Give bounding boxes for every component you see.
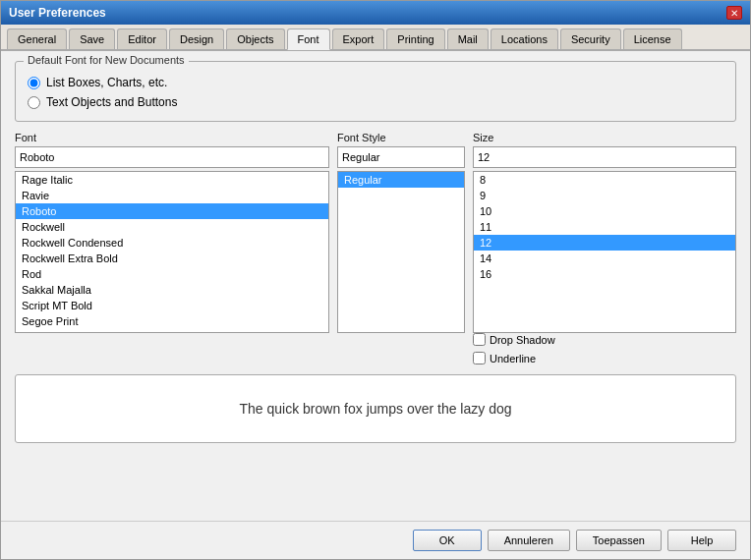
style-column: Font Style Regular — [337, 132, 465, 368]
font-column: Font Rage Italic Ravie Roboto Rockwell R… — [15, 132, 329, 368]
tab-license[interactable]: License — [623, 28, 682, 49]
size-item-14[interactable]: 14 — [474, 251, 735, 266]
tab-editor[interactable]: Editor — [117, 28, 167, 49]
font-columns: Font Rage Italic Ravie Roboto Rockwell R… — [15, 132, 736, 368]
tab-mail[interactable]: Mail — [447, 28, 489, 49]
radio-text-objects[interactable] — [28, 96, 40, 109]
underline-label: Underline — [490, 353, 536, 364]
radio-row-2: Text Objects and Buttons — [28, 95, 723, 109]
preview-text: The quick brown fox jumps over the lazy … — [239, 401, 511, 417]
size-item-11[interactable]: 11 — [474, 219, 735, 235]
font-item[interactable]: Rockwell Condensed — [16, 235, 328, 251]
size-column: Size 8 9 10 11 12 14 16 — [473, 132, 736, 333]
font-item[interactable]: Rockwell Extra Bold — [16, 251, 328, 266]
default-font-group: Default Font for New Documents List Boxe… — [15, 61, 736, 122]
size-item-12[interactable]: 12 — [474, 235, 735, 251]
preview-box: The quick brown fox jumps over the lazy … — [15, 374, 736, 443]
font-item[interactable]: Segoe Script — [16, 329, 328, 333]
radio-list-boxes[interactable] — [28, 77, 40, 89]
radio-text-objects-label: Text Objects and Buttons — [46, 95, 177, 109]
font-item[interactable]: Rage Italic — [16, 172, 328, 188]
tab-export[interactable]: Export — [332, 28, 385, 49]
window-title: User Preferences — [9, 6, 106, 20]
font-item[interactable]: Ravie — [16, 188, 328, 203]
help-button[interactable]: Help — [667, 530, 736, 551]
size-listbox[interactable]: 8 9 10 11 12 14 16 — [473, 171, 736, 333]
font-item[interactable]: Script MT Bold — [16, 298, 328, 313]
font-item[interactable]: Segoe Print — [16, 313, 328, 329]
footer: OK Annuleren Toepassen Help — [1, 521, 750, 559]
title-bar: User Preferences ✕ — [1, 1, 750, 25]
size-item-8[interactable]: 8 — [474, 172, 735, 188]
radio-row-1: List Boxes, Charts, etc. — [28, 76, 723, 89]
font-listbox[interactable]: Rage Italic Ravie Roboto Rockwell Rockwe… — [15, 171, 329, 333]
group-title: Default Font for New Documents — [24, 54, 189, 66]
tab-content: Default Font for New Documents List Boxe… — [1, 51, 750, 521]
tab-bar: General Save Editor Design Objects Font … — [1, 25, 750, 51]
size-input[interactable] — [473, 146, 736, 168]
checkboxes-col: Drop Shadow Underline — [473, 333, 736, 368]
font-item[interactable]: Rockwell — [16, 219, 328, 235]
font-input[interactable] — [15, 146, 329, 168]
style-label: Font Style — [337, 132, 465, 143]
apply-button[interactable]: Toepassen — [576, 530, 662, 551]
tab-locations[interactable]: Locations — [491, 28, 558, 49]
size-item-16[interactable]: 16 — [474, 266, 735, 282]
drop-shadow-row: Drop Shadow — [473, 333, 736, 346]
underline-checkbox[interactable] — [473, 352, 486, 364]
close-button[interactable]: ✕ — [726, 6, 742, 20]
size-item-10[interactable]: 10 — [474, 203, 735, 219]
size-item-9[interactable]: 9 — [474, 188, 735, 203]
tab-font[interactable]: Font — [287, 28, 330, 50]
tab-save[interactable]: Save — [69, 28, 115, 49]
font-label: Font — [15, 132, 329, 143]
cancel-button[interactable]: Annuleren — [488, 530, 570, 551]
size-label: Size — [473, 132, 736, 143]
tab-design[interactable]: Design — [169, 28, 224, 49]
tab-printing[interactable]: Printing — [386, 28, 444, 49]
tab-security[interactable]: Security — [560, 28, 621, 49]
tab-general[interactable]: General — [7, 28, 67, 49]
style-listbox[interactable]: Regular — [337, 171, 465, 333]
font-item[interactable]: Rod — [16, 266, 328, 282]
style-item-regular[interactable]: Regular — [338, 172, 464, 188]
underline-row: Underline — [473, 352, 736, 364]
radio-list-boxes-label: List Boxes, Charts, etc. — [46, 76, 167, 89]
drop-shadow-checkbox[interactable] — [473, 333, 486, 346]
tab-objects[interactable]: Objects — [226, 28, 284, 49]
font-item-roboto[interactable]: Roboto — [16, 203, 328, 219]
drop-shadow-label: Drop Shadow — [490, 334, 555, 346]
main-window: User Preferences ✕ General Save Editor D… — [0, 0, 751, 560]
style-input[interactable] — [337, 146, 465, 168]
ok-button[interactable]: OK — [413, 530, 482, 551]
font-item[interactable]: Sakkal Majalla — [16, 282, 328, 298]
size-and-check: Size 8 9 10 11 12 14 16 Drop — [473, 132, 736, 368]
